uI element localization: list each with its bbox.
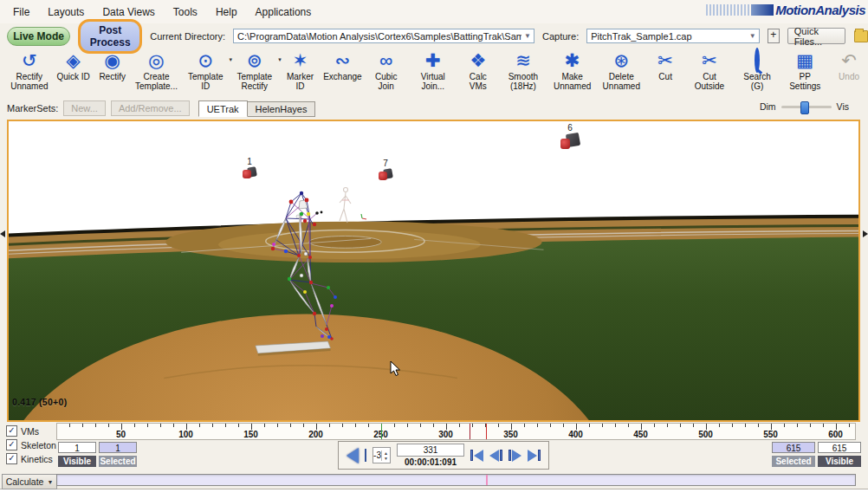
first-frame-button[interactable] xyxy=(470,450,483,462)
camera-7[interactable]: 7 xyxy=(379,159,392,180)
camera-6[interactable]: 6 xyxy=(560,124,580,149)
camera-1[interactable]: 1 xyxy=(243,158,256,178)
capture-combo[interactable]: PitchTrak_Sample1.cap ▼ xyxy=(586,29,759,43)
toolbar-item-label: Search (G) xyxy=(736,72,779,91)
menu-item-data-views[interactable]: Data Views xyxy=(102,6,154,18)
visible-end-button[interactable]: Visible xyxy=(818,456,861,467)
current-frame-indicator[interactable] xyxy=(486,424,487,439)
toolbar-calc-vms-button[interactable]: ❖Calc VMs xyxy=(458,49,499,92)
visible-start-button[interactable]: Visible xyxy=(58,456,96,467)
toolbar-cut-outside-button[interactable]: ✂Cut Outside xyxy=(685,49,734,92)
toolbar-virtual-join-button[interactable]: ✚Virtual Join... xyxy=(409,49,457,92)
toolbar-cut-button[interactable]: ✂Cut xyxy=(646,49,684,82)
dim-slider[interactable] xyxy=(781,106,832,108)
camera-icon xyxy=(379,169,392,180)
ruler-tick xyxy=(446,424,447,430)
tab-helenhayes[interactable]: HelenHayes xyxy=(248,101,316,117)
toolbar-item-label: Smooth (18Hz) xyxy=(501,72,546,91)
ruler-tick xyxy=(602,424,603,427)
viewport-pan-left-icon[interactable] xyxy=(0,230,5,237)
skeleton-checkbox[interactable]: ✓ xyxy=(6,439,17,450)
add-capture-button[interactable]: + xyxy=(768,29,780,43)
toolbar-quick-id-button[interactable]: ◈Quick ID xyxy=(55,49,93,82)
toolbar-template-rectify-button[interactable]: ⊚Template Rectify xyxy=(230,49,279,92)
spinner-arrows-icon[interactable]: ▲▼ xyxy=(381,450,390,461)
ruler-tick xyxy=(732,424,733,427)
ruler-tick xyxy=(615,424,616,427)
kinetics-checkbox[interactable]: ✓ xyxy=(6,453,17,464)
skeleton-figure[interactable] xyxy=(262,185,379,353)
toolbar-rectify-button[interactable]: ◉Rectify xyxy=(94,49,132,82)
current-directory-label: Current Directory: xyxy=(150,31,225,42)
toolbar-make-unnamed-button[interactable]: ✱Make Unnamed xyxy=(548,49,597,92)
ruler-tick xyxy=(134,424,135,427)
dim-slider-thumb[interactable] xyxy=(800,101,809,114)
toolbar-undo-button: ↶Undo xyxy=(830,49,868,82)
current-directory-combo[interactable]: C:\ProgramData\Motion Analysis\Cortex6\S… xyxy=(233,29,534,43)
menu-item-applications[interactable]: Applications xyxy=(256,6,312,18)
mode-bar: Live Mode Post Process Current Directory… xyxy=(0,23,868,49)
menu-item-layouts[interactable]: Layouts xyxy=(48,6,84,18)
ruler-tick xyxy=(316,424,317,430)
viewport-3d[interactable]: 1 7 6 0.417 (50+0) xyxy=(7,120,860,422)
selected-start-field[interactable]: 1 xyxy=(99,442,137,453)
chevron-down-icon[interactable]: ▼ xyxy=(521,32,534,40)
stop-button[interactable] xyxy=(365,449,366,462)
viewport-pan-right-icon[interactable] xyxy=(863,230,868,237)
calculate-button[interactable]: Calculate ▼ xyxy=(2,474,57,489)
range-end-field[interactable]: 615 xyxy=(818,442,861,453)
vms-checkbox[interactable]: ✓ xyxy=(6,425,17,437)
ruler-tick xyxy=(121,424,122,430)
speed-spinner[interactable]: -3 ▲▼ xyxy=(372,447,391,463)
range-start-field[interactable]: 1 xyxy=(58,442,96,453)
toolbar-marker-id-button[interactable]: ✶Marker ID xyxy=(280,49,321,92)
quick-files-button[interactable]: Quick Files... xyxy=(787,28,845,44)
toolbar-create-template-button[interactable]: ◎Create Template... xyxy=(133,49,181,92)
search-icon xyxy=(755,49,760,72)
selected-end-button[interactable]: Selected xyxy=(772,456,815,467)
toolbar-exchange-button[interactable]: ∾Exchange xyxy=(321,49,363,82)
toolbar-rectify-unnamed-button[interactable]: ↺Rectify Unnamed xyxy=(5,49,54,92)
menu-item-file[interactable]: File xyxy=(13,6,29,18)
bottom-bar: Calculate ▼ xyxy=(0,473,868,489)
ruler-label: 600 xyxy=(828,430,843,439)
current-frame-field[interactable]: 331 xyxy=(397,444,464,457)
dim-label: Dim xyxy=(760,101,776,112)
toolbar-cubic-join-button[interactable]: ∞Cubic Join xyxy=(365,49,408,92)
ruler-tick xyxy=(823,424,824,427)
ruler-tick xyxy=(849,424,850,427)
calc-progress-bar[interactable] xyxy=(56,474,856,486)
ruler-tick xyxy=(173,424,174,427)
toolbar-delete-unnamed-button[interactable]: ⊛Delete Unnamed xyxy=(597,49,645,92)
toolbar-smooth-button[interactable]: ≋Smooth (18Hz) xyxy=(499,49,547,92)
logo-bar-pattern xyxy=(751,4,774,16)
markerset-tabs: UETrak HelenHayes xyxy=(198,100,316,117)
step-forward-button[interactable] xyxy=(508,450,521,462)
ruler-tick xyxy=(498,424,499,427)
chevron-down-icon[interactable]: ▼ xyxy=(747,32,759,40)
ruler-label: 550 xyxy=(763,430,778,439)
toolbar-item-label: Make Unnamed xyxy=(550,72,595,91)
ruler-label: 200 xyxy=(308,430,323,439)
tab-uetrak[interactable]: UETrak xyxy=(198,100,248,117)
ruler-label: 500 xyxy=(698,430,713,439)
toolbar-item-label: Rectify xyxy=(99,72,126,81)
play-reverse-button[interactable] xyxy=(347,448,359,463)
live-mode-button[interactable]: Live Mode xyxy=(7,27,70,46)
toolbar-search-button[interactable]: Search (G) xyxy=(735,49,781,92)
open-folder-icon[interactable] xyxy=(854,30,868,42)
ruler-tick xyxy=(524,424,525,427)
axis-marker xyxy=(361,214,366,219)
toolbar-template-id-button[interactable]: ⊙Template ID xyxy=(181,49,230,92)
last-frame-button[interactable] xyxy=(528,450,541,462)
frame-ruler[interactable]: 50100150200250300350400450500550600 xyxy=(56,423,856,440)
ruler-tick xyxy=(212,424,213,427)
baseball-field-render xyxy=(9,121,858,420)
selected-end-field[interactable]: 615 xyxy=(772,442,815,453)
ruler-tick xyxy=(758,424,759,427)
menu-item-help[interactable]: Help xyxy=(216,6,237,18)
toolbar-pp-settings-button[interactable]: ▦PP Settings xyxy=(781,49,829,92)
selected-start-button[interactable]: Selected xyxy=(99,456,137,467)
step-back-button[interactable] xyxy=(489,450,502,462)
menu-item-tools[interactable]: Tools xyxy=(173,6,198,18)
